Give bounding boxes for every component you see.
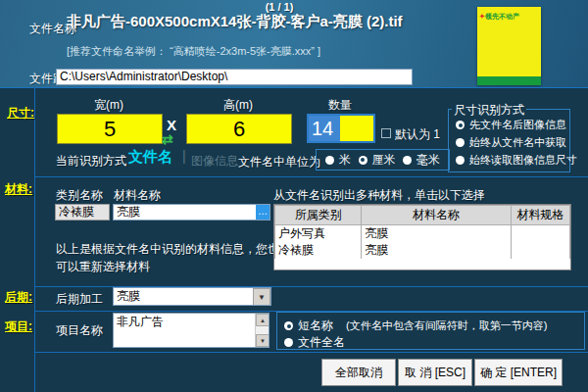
full-name-label: 文件全名	[298, 334, 345, 351]
short-name-option[interactable]: 短名称 (文件名中包含有间隔符时，取第一节内容)	[284, 318, 547, 334]
quantity-label: 数量	[307, 97, 373, 114]
material-note-line2: 可以重新选择材料	[56, 259, 150, 275]
material-note-line1: 以上是根据文件名中识别的材料信息，您也	[56, 241, 279, 258]
width-input[interactable]: 5	[57, 114, 163, 144]
height-label: 高(m)	[186, 97, 290, 114]
recognition-option-label: 先文件名后图像信息	[469, 118, 566, 132]
unit-option-m[interactable]: 米	[325, 152, 351, 169]
swap-dimensions-icon[interactable]: ⇄	[162, 131, 173, 147]
col-header-category: 所属类别	[275, 206, 362, 225]
default-checkbox[interactable]	[381, 128, 391, 138]
unit-option-label: 厘米	[372, 152, 396, 169]
unit-option-mm[interactable]: 毫米	[403, 152, 440, 169]
unit-option-cm[interactable]: 厘米	[359, 152, 396, 169]
recognition-option-3[interactable]: 始终读取图像信息尺寸	[456, 153, 577, 168]
textarea-scrollbar[interactable]: ▲ ▼	[255, 314, 269, 347]
radio-icon	[456, 121, 465, 129]
cell-material: 亮膜	[362, 242, 512, 259]
radio-icon	[403, 156, 412, 165]
material-table-hint: 从文件名识别出多种材料，单击以下选择	[273, 187, 485, 204]
radio-icon	[456, 138, 465, 147]
radio-icon	[456, 156, 465, 165]
unit-label: 文件名中单位为	[238, 154, 320, 171]
short-name-note: (文件名中包含有间隔符时，取第一节内容)	[346, 318, 547, 333]
file-recognition-dialog: (1 / 1) 文件名称 非凡广告-600X500cmX14张-背胶-客户a-亮…	[0, 0, 588, 392]
unit-option-label: 毫米	[416, 152, 440, 169]
material-table-row-2[interactable]: 冷裱膜 亮膜	[275, 242, 570, 259]
post-process-label: 后期加工	[56, 291, 103, 308]
dropdown-arrow-icon[interactable]: ▼	[253, 288, 270, 306]
divider-header	[0, 87, 588, 88]
unit-radio-group: 米 厘米 毫米	[316, 149, 450, 171]
file-name-value: 非凡广告-600X500cmX14张-背胶-客户a-亮膜 (2).tif	[67, 13, 403, 31]
cell-spec	[511, 242, 569, 259]
size-recognition-groupbox: 尺寸识别方式 先文件名后图像信息 始终从文件名中获取 始终读取图像信息尺寸	[448, 109, 570, 172]
material-browse-button[interactable]: …	[256, 205, 270, 220]
cancel-button[interactable]: 取 消 [ESC]	[398, 359, 472, 386]
short-name-label: 短名称	[298, 318, 333, 334]
col-header-spec: 材料规格	[511, 206, 569, 225]
ok-button[interactable]: 确 定 [ENTER]	[474, 359, 563, 386]
size-recognition-title: 尺寸识别方式	[452, 102, 526, 119]
col-header-material: 材料名称	[362, 206, 512, 225]
post-process-value: 亮膜	[117, 289, 140, 303]
post-process-combobox[interactable]: 亮膜 ▼	[113, 287, 271, 306]
brand-card: ✦领先不动产	[477, 7, 541, 85]
radio-icon	[284, 321, 293, 330]
radio-icon	[359, 156, 368, 165]
width-label: 宽(m)	[57, 97, 161, 114]
cancel-all-button[interactable]: 全部取消	[321, 359, 396, 386]
radio-icon	[284, 338, 293, 347]
quantity-input[interactable]: 14	[307, 114, 375, 143]
recognition-option-1[interactable]: 先文件名后图像信息	[456, 118, 566, 132]
brand-text-line: ✦领先不动产	[479, 12, 539, 22]
brand-text: 领先不动产	[485, 13, 519, 20]
recognition-option-2[interactable]: 始终从文件名中获取	[456, 135, 566, 150]
cell-material: 亮膜	[362, 225, 512, 243]
project-name-label: 项目名称	[56, 322, 103, 339]
category-input[interactable]: 冷裱膜	[55, 204, 110, 220]
radio-icon	[325, 156, 334, 165]
page-indicator: (1 / 1)	[0, 1, 559, 13]
project-name-mode-group: 短名称 (文件名中包含有间隔符时，取第一节内容) 文件全名	[276, 312, 585, 350]
material-table-row-1[interactable]: 户外写真 亮膜	[275, 225, 570, 243]
recognition-option-label: 始终读取图像信息尺寸	[469, 153, 577, 168]
height-input[interactable]: 6	[186, 114, 292, 144]
material-name-input[interactable]: 亮膜 …	[113, 204, 270, 220]
brand-green-strip	[477, 76, 541, 85]
cell-category: 冷裱膜	[275, 242, 362, 259]
material-name-value: 亮膜	[117, 205, 140, 219]
naming-hint: [推荐文件命名举例： “高精喷绘-2x3m-5张-亮膜.xxx” ]	[67, 44, 320, 59]
cell-spec	[511, 225, 569, 243]
section-label-material: 材料:	[5, 181, 32, 198]
method-filename-tab[interactable]: 文件名	[128, 148, 172, 167]
scroll-down-icon[interactable]: ▼	[256, 334, 270, 347]
section-label-project: 项目:	[5, 318, 32, 335]
file-path-input[interactable]: C:\Users\Administrator\Desktop\	[56, 69, 413, 85]
section-label-post: 后期:	[5, 289, 32, 306]
material-table-header-row: 所属类别 材料名称 材料规格	[275, 206, 570, 225]
material-table: 所属类别 材料名称 材料规格 户外写真 亮膜 冷裱膜 亮膜	[273, 204, 571, 270]
project-name-value: 非凡广告	[117, 315, 164, 328]
recognition-option-label: 始终从文件名中获取	[469, 135, 566, 150]
divider-size-material	[35, 176, 588, 177]
divider-project-buttons	[35, 352, 588, 353]
divider-vertical	[34, 87, 35, 392]
material-name-label: 材料名称	[114, 187, 161, 204]
method-image-tab[interactable]: 图像信息	[191, 153, 238, 170]
current-method-label: 当前识别方式	[56, 153, 126, 170]
quantity-selected-text: 14	[309, 116, 340, 141]
cell-category: 户外写真	[275, 225, 362, 243]
category-label: 类别名称	[56, 187, 103, 204]
project-name-textarea[interactable]: 非凡广告 ▲ ▼	[113, 313, 270, 348]
full-name-option[interactable]: 文件全名	[284, 334, 345, 351]
scroll-up-icon[interactable]: ▲	[256, 314, 270, 326]
section-label-size: 尺寸:	[7, 105, 34, 122]
default-checkbox-label: 默认为 1	[395, 126, 440, 143]
header: (1 / 1) 文件名称 非凡广告-600X500cmX14张-背胶-客户a-亮…	[0, 0, 588, 87]
unit-option-label: 米	[339, 152, 351, 169]
method-separator: |	[182, 148, 186, 164]
